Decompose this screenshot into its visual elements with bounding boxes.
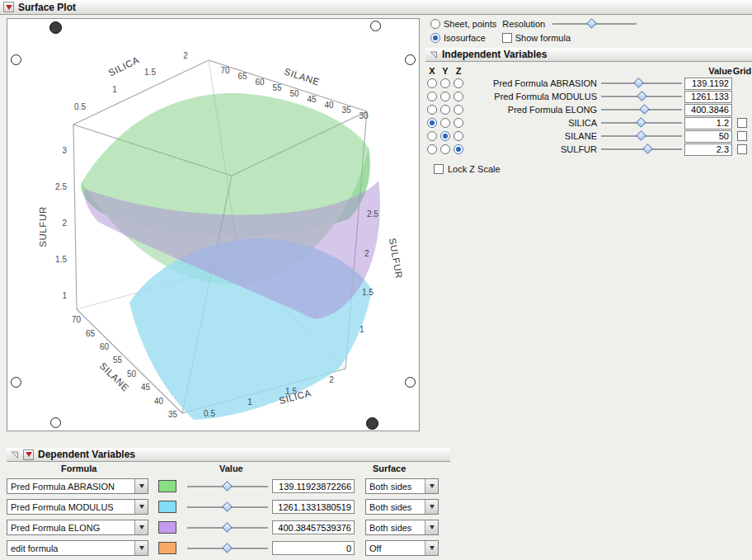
x-axis-radio[interactable] <box>427 144 437 154</box>
x-axis-radio[interactable] <box>427 78 437 88</box>
plot-handle-bottom-left[interactable] <box>50 417 61 428</box>
grid-checkbox[interactable] <box>737 118 747 128</box>
dependent-row-abrasion: Pred Formula ABRASION Both sides <box>7 476 450 496</box>
svg-text:2: 2 <box>329 375 334 384</box>
sheet-points-radio[interactable] <box>430 19 440 29</box>
independent-variables-header: Independent Variables <box>425 48 752 62</box>
svg-text:40: 40 <box>154 397 164 406</box>
formula-select[interactable]: Pred Formula ABRASION <box>7 478 148 494</box>
surface-plot-canvas[interactable]: 0.5 1 1.5 2 SILICA 70 65 60 55 50 45 40 … <box>7 19 419 431</box>
value-slider[interactable] <box>187 522 268 534</box>
plot-handle-filled-bottom-right[interactable] <box>366 417 378 430</box>
variable-slider[interactable] <box>601 91 682 102</box>
value-input[interactable] <box>272 541 355 555</box>
variable-value-input[interactable] <box>684 130 732 143</box>
y-axis-radio[interactable] <box>440 92 450 101</box>
isosurface-radio[interactable] <box>430 33 440 43</box>
x-axis-radio[interactable] <box>427 92 437 101</box>
svg-text:40: 40 <box>324 101 334 110</box>
svg-text:55: 55 <box>113 355 123 365</box>
formula-select[interactable]: Pred Formula ELONG <box>7 520 148 535</box>
variable-label: SULFUR <box>465 144 601 154</box>
red-triangle-menu-icon[interactable] <box>3 2 14 12</box>
sulfur-left-axis-title: SULFUR <box>38 206 48 247</box>
value-input[interactable] <box>272 479 355 493</box>
disclosure-icon[interactable] <box>429 50 438 59</box>
value-slider[interactable] <box>187 543 268 554</box>
dependent-variables-header: Dependent Variables <box>7 448 450 462</box>
grid-checkbox[interactable] <box>737 144 747 154</box>
y-axis-radio[interactable] <box>440 78 450 88</box>
y-axis-radio[interactable] <box>440 131 450 141</box>
z-axis-radio[interactable] <box>454 131 463 141</box>
surface-color-swatch[interactable] <box>158 542 176 554</box>
resolution-slider[interactable] <box>552 18 637 30</box>
formula-select[interactable]: Pred Formula MODULUS <box>7 499 148 515</box>
svg-text:2: 2 <box>364 249 369 258</box>
formula-select[interactable]: edit formula <box>7 540 148 556</box>
plot-handle-right-upper[interactable] <box>405 54 416 65</box>
surface-mode-select[interactable]: Both sides <box>365 499 439 515</box>
z-axis-radio[interactable] <box>454 118 463 128</box>
plot-handle-left-lower[interactable] <box>11 377 21 388</box>
value-slider[interactable] <box>187 481 268 492</box>
surface-color-swatch[interactable] <box>158 501 176 513</box>
svg-text:45: 45 <box>307 95 317 104</box>
outline-header-surface-plot: Surface Plot <box>0 0 752 15</box>
variable-slider[interactable] <box>601 78 682 89</box>
value-slider[interactable] <box>187 501 268 513</box>
independent-row-silica: SILICA <box>425 116 752 129</box>
z-axis-radio[interactable] <box>454 92 463 101</box>
z-axis-radio[interactable] <box>454 105 463 115</box>
svg-text:55: 55 <box>272 83 282 92</box>
variable-slider[interactable] <box>601 130 682 142</box>
sheet-points-row: Sheet, points Resolution <box>425 16 752 31</box>
dropdown-arrow-icon <box>425 541 438 555</box>
formula-column-header: Formula <box>61 464 96 473</box>
grid-checkbox[interactable] <box>737 131 747 141</box>
variable-label: SILANE <box>465 131 601 141</box>
x-axis-radio[interactable] <box>427 131 437 141</box>
lock-z-scale-checkbox[interactable] <box>434 164 444 174</box>
variable-value-input[interactable] <box>684 117 732 129</box>
surface-color-swatch[interactable] <box>158 521 176 534</box>
variable-value-input[interactable] <box>684 91 732 103</box>
svg-text:60: 60 <box>255 78 265 87</box>
red-triangle-menu-icon[interactable] <box>23 449 34 460</box>
surface-color-swatch[interactable] <box>158 480 176 492</box>
dropdown-arrow-icon <box>134 500 148 514</box>
svg-text:1: 1 <box>62 291 67 300</box>
plot-handle-top-right[interactable] <box>370 21 381 31</box>
variable-label: Pred Formula MODULUS <box>465 92 601 101</box>
surface-mode-select[interactable]: Both sides <box>365 520 439 535</box>
x-axis-radio[interactable] <box>427 105 437 115</box>
variable-value-input[interactable] <box>684 78 732 90</box>
dropdown-arrow-icon <box>134 520 148 534</box>
z-axis-radio[interactable] <box>454 144 463 154</box>
surface-mode-value: Both sides <box>366 523 425 533</box>
plot-handle-filled-top-left[interactable] <box>49 21 62 34</box>
z-axis-radio[interactable] <box>454 78 463 88</box>
value-input[interactable] <box>272 500 355 514</box>
surface-column-header: Surface <box>373 464 406 473</box>
variable-slider[interactable] <box>601 117 682 129</box>
surface-mode-select[interactable]: Both sides <box>365 478 439 494</box>
plot-handle-left-upper[interactable] <box>11 54 21 65</box>
svg-text:65: 65 <box>237 72 247 81</box>
y-axis-radio[interactable] <box>440 144 450 154</box>
variable-value-input[interactable] <box>684 144 732 156</box>
surface-mode-select[interactable]: Off <box>365 540 439 556</box>
sheet-points-label: Sheet, points <box>444 19 496 29</box>
y-axis-radio[interactable] <box>440 105 450 115</box>
variable-slider[interactable] <box>601 144 682 155</box>
show-formula-checkbox[interactable] <box>502 33 512 43</box>
lock-z-row: Lock Z Scale <box>425 162 752 176</box>
variable-slider[interactable] <box>601 104 682 115</box>
y-axis-radio[interactable] <box>440 118 450 128</box>
x-axis-radio[interactable] <box>427 118 437 128</box>
value-input[interactable] <box>272 520 355 534</box>
svg-text:65: 65 <box>86 329 96 338</box>
disclosure-icon[interactable] <box>10 450 19 459</box>
plot-handle-right-lower[interactable] <box>405 377 416 388</box>
variable-value-input[interactable] <box>684 104 732 116</box>
